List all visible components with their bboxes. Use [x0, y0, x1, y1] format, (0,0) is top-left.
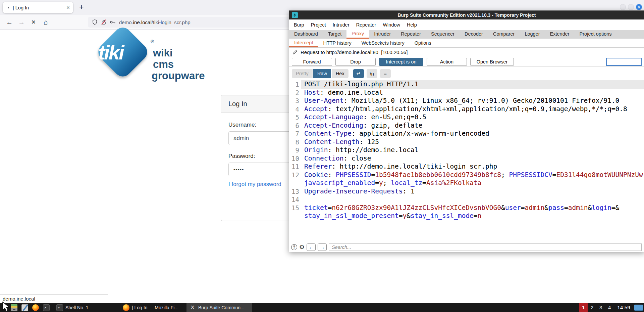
gear-icon[interactable]: ⚙ — [299, 244, 305, 250]
line-content: Accept-Language: en-US,en;q=0.5 — [301, 113, 644, 122]
task-label: Shell No. 1 — [65, 305, 88, 310]
request-line-row: 8Content-Length: 125 — [289, 138, 644, 146]
launcher-drawer[interactable] — [11, 304, 17, 311]
menu-help[interactable]: Help — [404, 22, 420, 28]
menu-repeater[interactable]: Repeater — [353, 22, 380, 28]
burp-window-title: Burp Suite Community Edition v2021.10.3 … — [397, 12, 536, 18]
maximize-button[interactable] — [628, 4, 634, 10]
intercept-request-info: Request to http://demo.ine.local:80 [10.… — [289, 48, 644, 57]
launcher-firefox[interactable] — [32, 304, 39, 311]
key-icon[interactable] — [110, 19, 116, 25]
view-toggle-pretty: Pretty — [292, 69, 313, 78]
workspace-1[interactable]: 1 — [579, 303, 588, 312]
line-content: Origin: http://demo.ine.local — [301, 146, 644, 154]
tab-proxy[interactable]: Proxy — [346, 30, 369, 39]
open-browser-button[interactable]: Open Browser — [470, 58, 514, 66]
search-next-button[interactable]: → — [318, 243, 327, 251]
firefox-window-controls: × — [620, 4, 642, 10]
intercept-is-on-button[interactable]: Intercept is on — [379, 58, 423, 66]
tab-target[interactable]: Target — [323, 30, 346, 39]
drop-button[interactable]: Drop — [335, 58, 376, 66]
taskbar-clock: 14:59 — [617, 305, 630, 311]
subtab-intercept[interactable]: Intercept — [289, 39, 318, 47]
insecure-lock-icon[interactable] — [101, 19, 107, 25]
line-content: stay_in_ssl_mode_present=y&stay_in_ssl_m… — [301, 212, 644, 220]
help-icon[interactable]: ? — [291, 244, 297, 250]
line-content: Accept: text/html,application/xhtml+xml,… — [301, 105, 644, 114]
menu-intruder[interactable]: Intruder — [329, 22, 353, 28]
tab-project-options[interactable]: Project options — [575, 30, 617, 39]
newline-button[interactable]: \n — [367, 69, 377, 78]
shield-icon[interactable] — [92, 19, 98, 25]
burp-title-bar[interactable]: Burp Suite Community Edition v2021.10.3 … — [289, 11, 644, 19]
back-icon[interactable]: ← — [5, 17, 14, 27]
line-content: Cookie: PHPSESSID=1b5948fae1b8ebb0610cdd… — [301, 171, 644, 179]
tab-extender[interactable]: Extender — [545, 30, 575, 39]
workspace-4[interactable]: 4 — [605, 303, 614, 312]
line-content: javascript_enabled=y; local_tz=Asia%2FKo… — [301, 179, 644, 187]
workspace-2[interactable]: 2 — [588, 303, 596, 312]
burp-main-tabs: DashboardTargetProxyIntruderRepeaterSequ… — [289, 30, 644, 39]
line-number: 12 — [289, 171, 301, 179]
launcher-notes[interactable] — [21, 304, 28, 311]
request-line-row: 7Content-Type: application/x-www-form-ur… — [289, 130, 644, 138]
request-line-row: 6Accept-Encoding: gzip, deflate — [289, 122, 644, 130]
view-toggle-hex[interactable]: Hex — [332, 69, 348, 78]
tab-intruder[interactable]: Intruder — [369, 30, 396, 39]
search-input[interactable] — [329, 243, 642, 251]
tab-dashboard[interactable]: Dashboard — [289, 30, 323, 39]
tab-decoder[interactable]: Decoder — [460, 30, 488, 39]
stop-icon[interactable]: × — [29, 17, 38, 27]
tab-close-icon[interactable]: × — [66, 5, 70, 10]
search-prev-button[interactable]: ← — [307, 243, 316, 251]
request-line-row: 3User-Agent: Mozilla/5.0 (X11; Linux x86… — [289, 97, 644, 105]
request-line-row: 5Accept-Language: en-US,en;q=0.5 — [289, 113, 644, 122]
task-button-log-in-mozilla-fi[interactable]: | Log In — Mozilla Fi... — [120, 303, 186, 312]
browser-tab-login[interactable]: | Log In × — [3, 2, 73, 13]
burp-bottom-bar: ? ⚙ ← → — [289, 242, 644, 252]
task-button-burp-suite-commun[interactable]: XBurp Suite Commun... — [186, 303, 252, 312]
close-button[interactable]: × — [636, 4, 642, 10]
task-button-shell-no-1[interactable]: >_Shell No. 1 — [54, 303, 119, 312]
tab-logger[interactable]: Logger — [520, 30, 545, 39]
workspace-3[interactable]: 3 — [596, 303, 605, 312]
line-number: 4 — [289, 105, 301, 114]
request-line-row: 10Connection: close — [289, 154, 644, 163]
line-number — [289, 212, 301, 220]
link-status-tooltip: demo.ine.local — [0, 295, 108, 303]
request-info-text: Request to http://demo.ine.local:80 [10.… — [301, 49, 408, 55]
subtab-options[interactable]: Options — [410, 39, 436, 47]
new-tab-button[interactable]: + — [79, 3, 84, 12]
view-toggle-raw[interactable]: Raw — [313, 69, 331, 78]
wrap-button[interactable]: ↵ — [353, 69, 364, 78]
menu-project[interactable]: Project — [308, 22, 329, 28]
line-content: POST /tiki-login.php HTTP/1.1 — [301, 80, 644, 89]
forward-icon: → — [17, 17, 26, 27]
minimize-button[interactable] — [620, 4, 626, 10]
burp-proxy-subtabs: InterceptHTTP historyWebSockets historyO… — [289, 39, 644, 48]
action-button[interactable]: Action — [427, 58, 467, 66]
line-number: 2 — [289, 89, 301, 97]
home-icon[interactable]: ⌂ — [41, 17, 50, 27]
launcher-terminal[interactable]: >_ — [43, 304, 50, 311]
tab-comparer[interactable]: Comparer — [488, 30, 520, 39]
tab-sequencer[interactable]: Sequencer — [426, 30, 460, 39]
menu-button[interactable]: ≡ — [380, 69, 391, 78]
line-number: 11 — [289, 163, 301, 171]
show-desktop-widget[interactable] — [634, 305, 643, 311]
forward-button[interactable]: Forward — [292, 58, 332, 66]
firefox-icon — [32, 304, 39, 311]
tab-repeater[interactable]: Repeater — [396, 30, 426, 39]
taskbar: >_>_Shell No. 1| Log In — Mozilla Fi...X… — [0, 303, 644, 312]
request-editor[interactable]: 1POST /tiki-login.php HTTP/1.12Host: dem… — [289, 80, 644, 220]
url-text[interactable]: demo.ine.local/tiki-login_scr.php — [119, 19, 191, 25]
request-line-row: 13Upgrade-Insecure-Requests: 1 — [289, 187, 644, 196]
toolbar-text-input[interactable] — [606, 58, 642, 66]
burp-icon: X — [189, 304, 196, 310]
request-line-row: 2Host: demo.ine.local — [289, 89, 644, 97]
request-line-row: 11Referer: http://demo.ine.local/tiki-lo… — [289, 163, 644, 171]
subtab-websockets-history[interactable]: WebSockets history — [357, 39, 410, 47]
menu-window[interactable]: Window — [379, 22, 404, 28]
subtab-http-history[interactable]: HTTP history — [318, 39, 356, 47]
menu-burp[interactable]: Burp — [290, 22, 308, 28]
